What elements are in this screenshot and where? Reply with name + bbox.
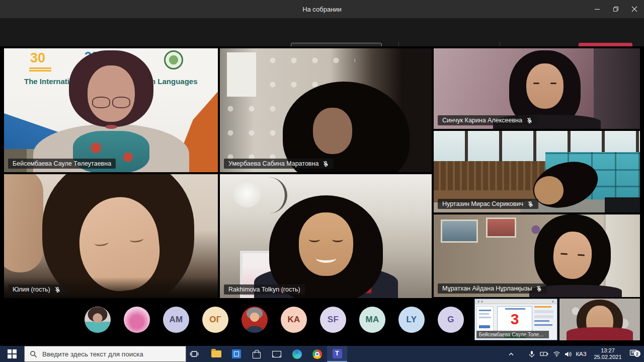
participant-name-label: Нуртазин Мирас Серикович [438,199,538,209]
video-tile-muratkhan[interactable]: Мұратхан Айдана Нұрланқызы [434,214,640,297]
volume-icon [565,351,572,357]
mini-sidebar [476,306,494,332]
store-icon [253,352,261,358]
taskbar-search [24,346,186,362]
participant-avatar[interactable]: MA [359,307,385,333]
video-detail [29,67,51,71]
file-explorer-icon [211,350,221,357]
video-detail [88,65,135,122]
participant-avatar[interactable]: G [438,307,464,333]
emblem-logo [164,50,183,69]
countdown-number: 3 [498,312,532,327]
video-grid: 30 25 ЕУРАЗИЯ ҰЛТТЫҚ УНИВЕРСИТЕТІ The In… [0,46,644,298]
wifi-icon [553,351,560,357]
task-view-button[interactable] [184,346,204,362]
participant-avatar[interactable]: ОГ [202,307,228,333]
participant-strip: AMОГKASFMALYG [85,307,464,333]
video-detail [316,254,336,263]
close-button[interactable] [624,0,644,18]
muted-mic-icon [54,286,61,293]
video-tile-rakhimova[interactable]: Rakhimova Tolkyn (гость) [220,174,432,298]
participant-avatar[interactable] [242,307,268,333]
participant-avatar[interactable]: SF [320,307,346,333]
edge-button[interactable] [287,346,307,362]
teams-button[interactable]: T [327,346,347,362]
mic-icon [529,350,535,358]
tray-expand-button[interactable] [506,346,516,362]
taskbar-date: 25.02.2021 [594,354,621,360]
window-titlebar: На собрании [0,0,644,18]
self-video-thumbnail[interactable] [559,299,640,340]
edge-icon [292,349,302,359]
search-icon [30,350,37,358]
windows-logo-icon [8,349,17,358]
video-detail [441,220,478,243]
chrome-button[interactable] [307,346,327,362]
notification-badge: 2 [634,350,640,357]
participant-name-label: Синчук Карина Алексеевна [438,115,537,125]
file-explorer-button[interactable] [206,346,226,362]
video-detail [227,52,256,97]
presenter-name-label: Бейсембаева Сауле Толе… [476,331,549,338]
video-frame: 30 25 ЕУРАЗИЯ ҰЛТТЫҚ УНИВЕРСИТЕТІ The In… [4,48,218,172]
video-tile-umerbaeva[interactable]: Умербаева Сабина Маратовна [220,48,432,172]
slide-title-right: n Languages [151,77,198,86]
muted-mic-icon [526,117,533,124]
participant-name-label: Юлия (гость) [8,284,65,295]
video-detail [251,177,287,213]
minimize-button[interactable] [587,0,608,18]
windows-taskbar: T КАЗ 13:27 25.02.2021 2 [0,346,644,362]
chevron-up-icon [509,352,514,356]
teams-icon: T [333,349,342,358]
participant-avatar[interactable]: AM [163,307,189,333]
video-frame [220,174,432,298]
maximize-button[interactable] [605,0,626,18]
video-frame [4,174,218,298]
video-tile-sinchuk[interactable]: Синчук Карина Алексеевна [434,48,640,129]
mail-icon [272,351,281,357]
anniversary-logo: 30 [30,50,45,66]
pinned-app-button[interactable] [226,346,247,362]
participant-avatar[interactable] [124,307,150,333]
chrome-icon [312,349,322,359]
taskbar-clock[interactable]: 13:27 25.02.2021 [591,346,625,362]
participant-name-label: Мұратхан Айдана Нұрланқызы [438,283,547,294]
task-view-icon [190,350,199,358]
video-detail [4,174,43,272]
window-title: На собрании [0,0,644,18]
video-detail [526,63,564,109]
countdown-card: 3 [497,306,532,333]
participant-avatar[interactable] [85,307,111,333]
participant-avatar[interactable]: LY [398,307,425,333]
participant-avatar[interactable]: KA [281,307,307,333]
mail-button[interactable] [267,346,287,362]
close-icon [631,6,637,12]
video-tile-yuliya[interactable]: Юлия (гость) [4,174,218,298]
minimize-icon [594,6,600,12]
muted-mic-icon [323,161,329,167]
shared-screen-thumbnail[interactable]: 3 Бейсембаева Сауле Толе… [474,299,557,340]
restore-icon [613,6,619,12]
tray-wifi-button[interactable] [551,346,562,362]
video-tile-nurtazin[interactable]: Нуртазин Мирас Серикович [434,131,640,212]
tray-volume-button[interactable] [562,346,574,362]
app-icon-blue [232,349,241,358]
video-detail [299,212,353,276]
video-frame [220,48,432,172]
search-input[interactable] [42,350,173,358]
taskbar-time: 13:27 [601,347,615,354]
language-indicator[interactable]: КАЗ [574,346,589,362]
participant-name-label: Rakhimova Tolkyn (гость) [224,284,305,295]
participant-name-label: Умербаева Сабина Маратовна [224,159,334,169]
video-detail [313,108,352,154]
muted-mic-icon [536,285,542,292]
video-detail [567,327,633,340]
action-center-button[interactable]: 2 [627,346,640,362]
start-button[interactable] [0,346,24,362]
tray-mic-button[interactable] [526,346,537,362]
tray-battery-button[interactable] [538,346,550,362]
video-tile-beysembaeva[interactable]: 30 25 ЕУРАЗИЯ ҰЛТТЫҚ УНИВЕРСИТЕТІ The In… [4,48,218,172]
store-button[interactable] [247,346,267,362]
muted-mic-icon [527,201,534,207]
participant-name-label: Бейсембаева Сауле Төлеутаевна [8,159,116,169]
